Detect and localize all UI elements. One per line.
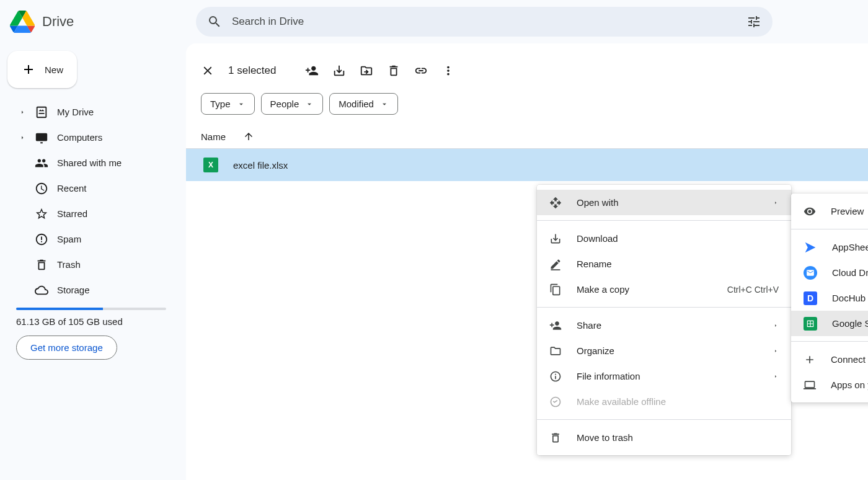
rename-icon	[549, 258, 562, 270]
filter-type[interactable]: Type	[201, 93, 255, 115]
column-header[interactable]: Name	[186, 125, 868, 149]
search-icon	[207, 14, 222, 29]
open-with-icon	[549, 197, 562, 209]
plus-icon	[21, 62, 36, 77]
menu-open-with[interactable]: Open with	[537, 190, 791, 215]
search-input[interactable]	[232, 16, 746, 28]
clouddrive-icon	[804, 266, 817, 280]
share-icon[interactable]	[305, 64, 319, 78]
laptop-icon	[804, 379, 816, 391]
spam-icon	[35, 233, 48, 246]
menu-offline: Make available offline	[537, 389, 791, 414]
sidebar-item-label: Computers	[57, 132, 102, 143]
link-icon[interactable]	[414, 64, 428, 78]
sidebar-item-spam[interactable]: Spam	[6, 226, 176, 252]
main-content: 1 selected Type People Modified Name X e…	[186, 43, 868, 480]
sidebar-item-storage[interactable]: Storage	[6, 277, 176, 303]
offline-icon	[549, 396, 562, 408]
submenu-gsheets[interactable]: Google Sheets	[791, 311, 868, 336]
delete-icon[interactable]	[387, 64, 401, 78]
file-name: excel file.xlsx	[233, 160, 288, 171]
open-with-submenu: Preview AppSheet Cloud Drive to Mail D D…	[791, 193, 868, 402]
menu-label: DocHub - PDF Sign and Edit	[832, 293, 868, 303]
copy-icon	[549, 283, 562, 296]
menu-label: File information	[577, 371, 640, 381]
sidebar-item-label: Spam	[57, 234, 81, 244]
dochub-icon: D	[804, 291, 817, 305]
chevron-right-icon	[773, 200, 779, 206]
trash-icon	[549, 432, 562, 444]
download-icon[interactable]	[332, 64, 346, 78]
menu-label: Organize	[577, 345, 614, 356]
submenu-connect[interactable]: Connect more apps	[791, 347, 868, 372]
storage-progress	[16, 308, 166, 310]
close-icon[interactable]	[201, 64, 215, 78]
logo-area[interactable]: Drive	[10, 11, 196, 33]
trash-icon	[35, 258, 48, 272]
computers-icon	[35, 131, 48, 144]
clock-icon	[35, 182, 48, 195]
chevron-down-icon	[380, 100, 389, 109]
chevron-right-icon	[19, 134, 26, 141]
menu-file-info[interactable]: File information	[537, 363, 791, 389]
more-icon[interactable]	[441, 64, 455, 78]
storage-text: 61.13 GB of 105 GB used	[16, 316, 166, 327]
menu-label: Share	[577, 320, 601, 331]
sidebar: New My Drive Computers Shared with me	[0, 43, 186, 480]
share-icon	[549, 319, 562, 332]
menu-download[interactable]: Download	[537, 226, 791, 251]
column-name: Name	[201, 131, 226, 142]
sidebar-item-trash[interactable]: Trash	[6, 252, 176, 277]
sidebar-item-my-drive[interactable]: My Drive	[6, 99, 176, 125]
sidebar-item-recent[interactable]: Recent	[6, 176, 176, 201]
selection-count: 1 selected	[228, 64, 277, 77]
info-icon	[549, 370, 562, 383]
menu-label: Download	[577, 233, 618, 244]
sidebar-item-label: Shared with me	[57, 158, 122, 168]
menu-label: Make a copy	[577, 284, 629, 295]
submenu-preview[interactable]: Preview	[791, 198, 868, 224]
get-more-storage-button[interactable]: Get more storage	[16, 336, 117, 360]
new-button[interactable]: New	[7, 51, 77, 88]
submenu-computer[interactable]: Apps on your computer	[791, 372, 868, 398]
menu-shortcut: Ctrl+C Ctrl+V	[727, 285, 779, 295]
menu-label: Connect more apps	[831, 354, 868, 365]
menu-label: Move to trash	[577, 432, 633, 443]
filter-modified[interactable]: Modified	[329, 93, 398, 115]
drive-logo-icon	[10, 11, 35, 33]
menu-share[interactable]: Share	[537, 313, 791, 338]
submenu-appsheet[interactable]: AppSheet	[791, 234, 868, 260]
menu-rename[interactable]: Rename	[537, 251, 791, 277]
my-drive-icon	[35, 105, 48, 119]
context-menu: Open with Download Rename Make a copy Ct…	[537, 185, 791, 455]
menu-organize[interactable]: Organize	[537, 338, 791, 363]
sidebar-item-label: Recent	[57, 183, 87, 193]
file-row-selected[interactable]: X excel file.xlsx	[186, 149, 868, 181]
sidebar-item-computers[interactable]: Computers	[6, 125, 176, 150]
cloud-icon	[35, 283, 48, 297]
chevron-right-icon	[773, 322, 779, 329]
submenu-dochub[interactable]: D DocHub - PDF Sign and Edit	[791, 285, 868, 311]
sort-arrow-up-icon[interactable]	[243, 131, 254, 142]
tune-icon[interactable]	[746, 14, 761, 29]
menu-label: Apps on your computer	[831, 380, 868, 390]
sidebar-item-starred[interactable]: Starred	[6, 201, 176, 226]
menu-trash[interactable]: Move to trash	[537, 425, 791, 450]
submenu-clouddrive[interactable]: Cloud Drive to Mail	[791, 260, 868, 285]
move-icon[interactable]	[360, 64, 373, 78]
folder-icon	[549, 345, 562, 357]
chevron-down-icon	[305, 100, 314, 109]
search-bar[interactable]	[196, 7, 773, 37]
excel-icon: X	[203, 158, 218, 172]
menu-label: Google Sheets	[832, 318, 868, 329]
sidebar-item-label: Starred	[57, 208, 87, 219]
plus-icon	[804, 353, 816, 366]
chevron-right-icon	[19, 109, 26, 116]
download-icon	[549, 233, 562, 245]
sidebar-item-shared[interactable]: Shared with me	[6, 150, 176, 176]
chevron-right-icon	[773, 373, 779, 380]
star-icon	[35, 207, 48, 221]
preview-icon	[804, 205, 816, 218]
filter-people[interactable]: People	[261, 93, 324, 115]
menu-make-copy[interactable]: Make a copy Ctrl+C Ctrl+V	[537, 277, 791, 302]
